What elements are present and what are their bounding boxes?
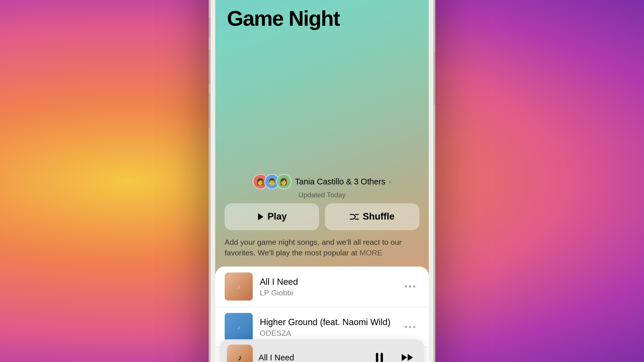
- svg-rect-15: [381, 353, 383, 362]
- playlist-title: Game Night: [227, 7, 417, 30]
- phone-wrapper: 9:41: [211, 0, 434, 362]
- action-buttons: Play Shuffle: [225, 203, 420, 230]
- svg-point-8: [405, 285, 407, 288]
- avatar-3: 👩: [276, 174, 291, 189]
- song-artist-1: LP Giobbi: [260, 289, 401, 297]
- nav-bar: [215, 0, 429, 2]
- pause-button[interactable]: [370, 348, 389, 362]
- mini-player-artwork: ♪: [227, 345, 253, 362]
- song-title-1: All I Need: [260, 276, 401, 287]
- playlist-header: Game Night: [227, 7, 417, 30]
- svg-point-12: [409, 326, 411, 328]
- song-artwork-2: ♪: [225, 313, 253, 341]
- collaborators-name: Tania Castillo & 3 Others: [295, 177, 386, 186]
- svg-rect-14: [376, 353, 378, 362]
- play-button[interactable]: Play: [225, 203, 319, 230]
- mute-switch: [209, 17, 210, 37]
- song-more-button-2[interactable]: [401, 318, 420, 337]
- shuffle-label: Shuffle: [363, 212, 394, 222]
- shuffle-button[interactable]: Shuffle: [325, 203, 419, 230]
- collaborators-section: 👩 👨 👩 Tania Castillo & 3 Others › Update…: [215, 174, 429, 199]
- fast-forward-button[interactable]: [398, 348, 417, 362]
- phone-frame: 9:41: [211, 0, 434, 362]
- volume-up-button: [209, 49, 210, 84]
- mini-player-title: All I Need: [259, 353, 370, 362]
- mini-player[interactable]: ♪ All I Need: [220, 339, 424, 362]
- play-label: Play: [267, 212, 287, 222]
- phone-screen: 9:41: [215, 0, 429, 362]
- svg-point-11: [405, 326, 407, 328]
- song-artist-2: ODESZA: [260, 329, 401, 338]
- song-info-2: Higher Ground (feat. Naomi Wild) ODESZA: [260, 316, 401, 338]
- volume-down-button: [209, 93, 210, 128]
- collaborators-row[interactable]: 👩 👨 👩 Tania Castillo & 3 Others ›: [253, 174, 391, 189]
- more-link[interactable]: MORE: [359, 248, 382, 257]
- playlist-description: Add your game night songs, and we'll all…: [225, 237, 420, 259]
- avatar-stack: 👩 👨 👩: [253, 174, 291, 189]
- power-button: [434, 52, 435, 105]
- svg-point-10: [413, 285, 415, 288]
- svg-point-9: [409, 285, 411, 288]
- svg-point-13: [413, 326, 415, 328]
- song-artwork-1: ♪: [225, 273, 253, 301]
- song-title-2: Higher Ground (feat. Naomi Wild): [260, 316, 401, 328]
- mini-player-controls: [370, 348, 417, 362]
- updated-text: Updated Today: [298, 191, 345, 199]
- song-more-button-1[interactable]: [401, 277, 420, 296]
- song-info-1: All I Need LP Giobbi: [260, 276, 401, 297]
- song-item-1[interactable]: ♪ All I Need LP Giobbi: [215, 266, 429, 307]
- chevron-right-icon: ›: [389, 178, 391, 186]
